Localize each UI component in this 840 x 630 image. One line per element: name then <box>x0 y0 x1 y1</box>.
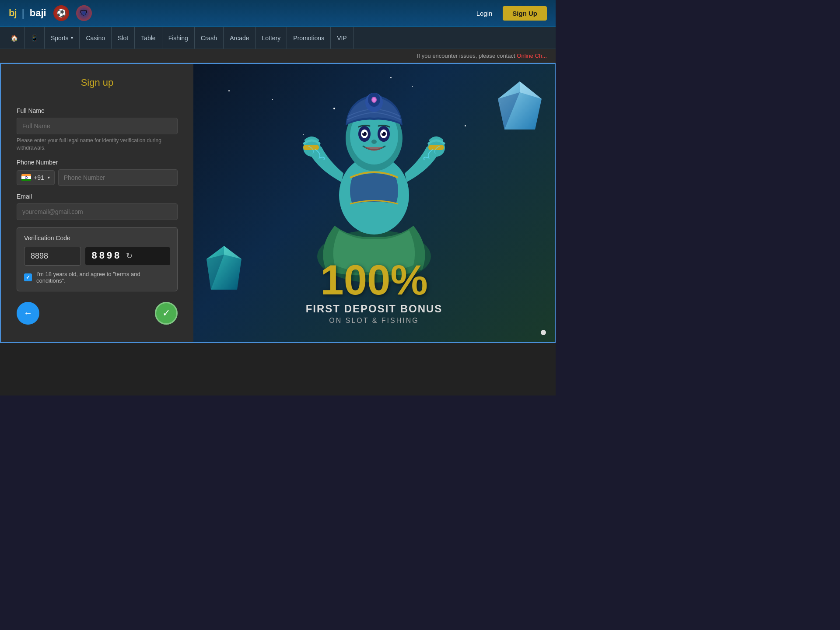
genie-character <box>291 73 457 283</box>
nav-crash-label: Crash <box>201 35 217 42</box>
verification-label: Verification Code <box>24 234 170 242</box>
nav-lottery-label: Lottery <box>262 35 281 42</box>
nav-item-fishing[interactable]: Fishing <box>162 27 195 49</box>
verification-row: 8898 8898 ↻ <box>24 247 170 266</box>
full-name-label: Full Name <box>17 107 178 114</box>
nav-item-promotions[interactable]: Promotions <box>287 27 331 49</box>
main-content: Sign up Full Name Please enter your full… <box>0 63 556 343</box>
captcha-text: 8898 <box>91 251 122 262</box>
crystal-right-svg <box>498 81 542 130</box>
notice-text: If you encounter issues, please contact <box>417 52 515 59</box>
notice-bar: If you encounter issues, please contact … <box>0 49 556 63</box>
nav-sports-label: Sports <box>51 35 68 42</box>
nav-bar: 🏠 📱 Sports ▾ Casino Slot Table Fishing C… <box>0 27 556 49</box>
nav-item-lottery[interactable]: Lottery <box>256 27 287 49</box>
logo-area: bj | baji <box>9 7 46 19</box>
svg-point-27 <box>372 98 376 102</box>
form-buttons: ← ✓ <box>17 302 178 325</box>
sports-chevron-icon: ▾ <box>71 35 73 40</box>
nav-home[interactable]: 🏠 <box>4 27 24 49</box>
submit-button[interactable]: ✓ <box>155 302 178 325</box>
email-label: Email <box>17 193 178 200</box>
refresh-icon[interactable]: ↻ <box>126 251 133 261</box>
country-chevron-icon: ▾ <box>48 175 50 180</box>
nav-table-label: Table <box>141 35 155 42</box>
nav-item-arcade[interactable]: Arcade <box>224 27 256 49</box>
star-5 <box>465 125 466 126</box>
nav-arcade-label: Arcade <box>230 35 249 42</box>
svg-rect-11 <box>428 145 444 150</box>
phone-icon: 📱 <box>31 35 38 42</box>
captcha-box: 8898 ↻ <box>85 247 170 265</box>
star-1 <box>228 90 230 91</box>
nav-vip-label: VIP <box>337 35 347 42</box>
nav-phone[interactable]: 📱 <box>24 27 45 49</box>
star-2 <box>272 99 273 100</box>
india-flag-icon <box>21 174 31 181</box>
banner-area: 100% FIRST DEPOSIT BONUS ON SLOT & FISHI… <box>193 64 555 342</box>
crystal-right <box>498 81 542 130</box>
terms-label: I'm 18 years old, and agree to "terms an… <box>36 271 170 284</box>
logo-divider: | <box>22 7 24 19</box>
sport-icon-2[interactable]: 🛡 <box>76 5 92 21</box>
bonus-percent: 100% <box>193 259 555 301</box>
full-name-hint: Please enter your full legal name for id… <box>17 137 178 152</box>
nav-item-sports[interactable]: Sports ▾ <box>45 27 80 49</box>
nav-item-slot[interactable]: Slot <box>112 27 135 49</box>
phone-code: +91 <box>34 174 44 181</box>
terms-row: I'm 18 years old, and agree to "terms an… <box>24 271 170 284</box>
back-arrow-icon: ← <box>24 308 32 318</box>
signup-form: Sign up Full Name Please enter your full… <box>1 64 193 342</box>
country-select[interactable]: +91 ▾ <box>17 170 55 185</box>
login-button[interactable]: Login <box>471 7 498 20</box>
signup-button[interactable]: Sign Up <box>503 6 547 21</box>
carousel-dot[interactable] <box>541 330 546 335</box>
svg-point-23 <box>371 140 377 144</box>
nav-fishing-label: Fishing <box>168 35 188 42</box>
phone-label: Phone Number <box>17 159 178 166</box>
signup-title: Sign up <box>17 77 178 93</box>
logo-bj: bj <box>9 7 17 19</box>
svg-point-22 <box>382 132 383 133</box>
top-bar: bj | baji ⚽ 🛡 Login Sign Up <box>0 0 556 27</box>
sport-icon-1[interactable]: ⚽ <box>53 5 69 21</box>
verification-input[interactable]: 8898 <box>24 247 81 266</box>
back-button[interactable]: ← <box>17 302 39 325</box>
lower-section <box>0 343 556 396</box>
submit-check-icon: ✓ <box>162 308 170 319</box>
nav-item-table[interactable]: Table <box>135 27 162 49</box>
verification-section: Verification Code 8898 8898 ↻ I'm 18 yea… <box>17 227 178 291</box>
top-bar-right: Login Sign Up <box>471 6 547 21</box>
nav-item-casino[interactable]: Casino <box>80 27 112 49</box>
home-icon: 🏠 <box>10 35 18 42</box>
full-name-input[interactable] <box>17 118 178 134</box>
nav-casino-label: Casino <box>86 35 105 42</box>
nav-promotions-label: Promotions <box>293 35 324 42</box>
logo-baji: baji <box>30 7 46 19</box>
email-input[interactable] <box>17 203 178 220</box>
phone-row: +91 ▾ <box>17 169 178 186</box>
genie-svg <box>291 73 457 283</box>
phone-input[interactable] <box>58 169 178 186</box>
banner-content: 100% FIRST DEPOSIT BONUS ON SLOT & FISHI… <box>193 259 555 325</box>
svg-point-21 <box>362 132 364 133</box>
contact-link[interactable]: Online Ch... <box>517 52 547 59</box>
bonus-title: FIRST DEPOSIT BONUS <box>193 303 555 315</box>
terms-checkbox[interactable] <box>24 273 32 281</box>
bonus-subtitle: ON SLOT & FISHING <box>193 317 555 325</box>
nav-slot-label: Slot <box>118 35 128 42</box>
nav-item-crash[interactable]: Crash <box>195 27 224 49</box>
nav-item-vip[interactable]: VIP <box>331 27 354 49</box>
